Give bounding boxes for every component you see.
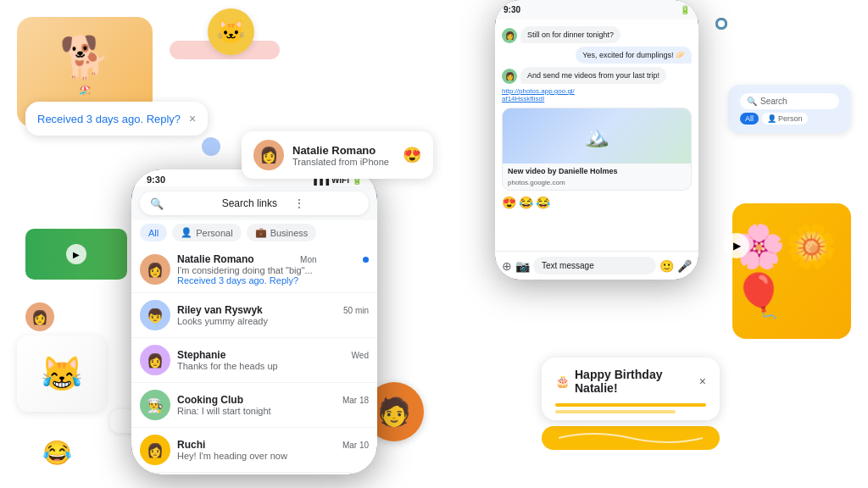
card-photos: 🔍 Search All 👤 Person [728, 85, 851, 133]
video-strip[interactable]: ▶ [25, 229, 127, 280]
avatar-tiny-2: 👩 [502, 69, 517, 84]
tab-business[interactable]: 💼 Business [247, 224, 317, 241]
chat-bubble-2: And send me videos from your last trip! [520, 67, 666, 84]
photos-search-text: Search [760, 97, 787, 106]
natalie-subtitle: Translated from iPhone [292, 157, 389, 167]
emoji-icon[interactable]: 🙂 [659, 259, 674, 273]
preview-url: photos.google.com [503, 179, 691, 190]
list-item[interactable]: 👨 Daniel Han Feb 26 [131, 473, 377, 474]
phone-right: 9:30 🔋 👩 Still on for dinner tonight? Ye… [495, 0, 698, 280]
photos-search-bar[interactable]: 🔍 Search [740, 93, 839, 109]
card-natalie[interactable]: 👩 Natalie Romano Translated from iPhone … [242, 131, 433, 179]
birthday-card-title: 🎂 Happy Birthday Natalie! [555, 368, 699, 395]
camera-icon[interactable]: 📷 [515, 259, 530, 273]
list-item[interactable]: 👦 Riley van Ryswyk 50 min Looks yummy al… [131, 293, 377, 338]
birthday-emoji: 🎂 [555, 374, 570, 388]
natalie-emoji: 😍 [403, 146, 421, 164]
avatar: 👨‍🍳 [140, 390, 170, 420]
photos-filter-person[interactable]: 👤 Person [762, 113, 808, 125]
link-preview: 🏔️ New video by Danielle Holmes photos.g… [502, 108, 692, 191]
add-icon[interactable]: ⊕ [502, 259, 512, 273]
list-item[interactable]: 👩 Ruchi Mar 10 Hey! I'm heading over now [131, 428, 377, 473]
phone-right-inner: 9:30 🔋 👩 Still on for dinner tonight? Ye… [495, 0, 698, 280]
birthday-card[interactable]: 🎂 Happy Birthday Natalie! × [542, 358, 720, 420]
chat-bubble: Still on for dinner tonight? [520, 26, 620, 43]
avatar: 👩 [140, 345, 170, 375]
deco-circle [202, 137, 220, 156]
preview-image: 🏔️ [503, 108, 691, 164]
avatar: 👩 [140, 254, 170, 285]
filter-tabs: All 👤 Personal 💼 Business [131, 220, 377, 247]
search-icon-small: 🔍 [747, 97, 757, 106]
photos-filter-all[interactable]: All [740, 113, 759, 125]
avatar-cat-top: 🐱 [208, 8, 254, 55]
right-status-bar: 9:30 🔋 [495, 0, 698, 19]
tab-all[interactable]: All [140, 224, 167, 241]
message-received-2: 👩 And send me videos from your last trip… [502, 67, 692, 84]
avatar-tiny: 👩 [502, 28, 517, 43]
bubble-reply[interactable]: Received 3 days ago. Reply? × [25, 102, 208, 136]
card-cat-bottom: 😹 [17, 336, 106, 412]
link-url[interactable]: http://photos.app.goo.gl/af14HsskfIisdI [502, 87, 692, 103]
search-bar[interactable]: 🔍 Search links ⋮ [140, 191, 369, 215]
avatar: 👦 [140, 300, 170, 330]
search-icon: 🔍 [150, 197, 215, 210]
chat-bubble-sent: Yes, excited for dumplings! 🥟 [576, 47, 692, 64]
natalie-avatar: 👩 [253, 140, 284, 170]
laughing-emoji: 😂 [42, 439, 72, 467]
unread-dot [363, 257, 369, 263]
chat-input-bar: ⊕ 📷 Text message 🙂 🎤 [495, 251, 698, 280]
close-icon[interactable]: × [189, 112, 196, 125]
status-time: 9:30 [147, 175, 165, 185]
preview-title: New video by Danielle Holmes [503, 164, 691, 179]
tab-personal[interactable]: 👤 Personal [172, 224, 241, 241]
mic-icon[interactable]: 🎤 [677, 259, 692, 273]
birthday-close-icon[interactable]: × [699, 374, 706, 388]
list-item[interactable]: 👨‍🍳 Cooking Club Mar 18 Rina: I will sta… [131, 383, 377, 428]
phone-main-inner: 9:30 ▐▐▐ WiFi 🔋 🔍 Search links ⋮ All 👤 P… [131, 169, 377, 474]
play-icon[interactable]: ▶ [66, 244, 86, 264]
photos-filter-row: All 👤 Person [740, 113, 839, 125]
deco-flowers: 🌸🌼🎈 [732, 203, 851, 339]
message-input[interactable]: Text message [533, 257, 656, 274]
play-button[interactable]: ▶ [724, 233, 749, 258]
list-item[interactable]: 👩 Stephanie Wed Thanks for the heads up [131, 338, 377, 383]
emoji-reactions[interactable]: 😍 😂 😂 [502, 196, 692, 209]
bubble-reply-text: Received 3 days ago. Reply? [37, 113, 181, 125]
google-photos-logo[interactable] [706, 8, 737, 39]
message-sent: Yes, excited for dumplings! 🥟 [502, 47, 692, 64]
list-item[interactable]: 👩 Natalie Romano Mon I'm considering doi… [131, 247, 377, 293]
birthday-decoration-line [555, 403, 706, 407]
chat-list: 👩 Natalie Romano Mon I'm considering doi… [131, 247, 377, 474]
deco-yellow-pill [542, 426, 720, 450]
avatar-person-left: 👩 [25, 302, 54, 331]
chat-messages: 👩 Still on for dinner tonight? Yes, exci… [495, 19, 698, 251]
more-options-icon[interactable]: ⋮ [293, 197, 359, 210]
natalie-name: Natalie Romano [292, 144, 389, 157]
search-text: Search links [222, 197, 287, 209]
message-received: 👩 Still on for dinner tonight? [502, 26, 692, 43]
avatar: 👩 [140, 435, 170, 465]
svg-point-4 [718, 20, 725, 27]
phone-main: 9:30 ▐▐▐ WiFi 🔋 🔍 Search links ⋮ All 👤 P… [131, 169, 377, 474]
